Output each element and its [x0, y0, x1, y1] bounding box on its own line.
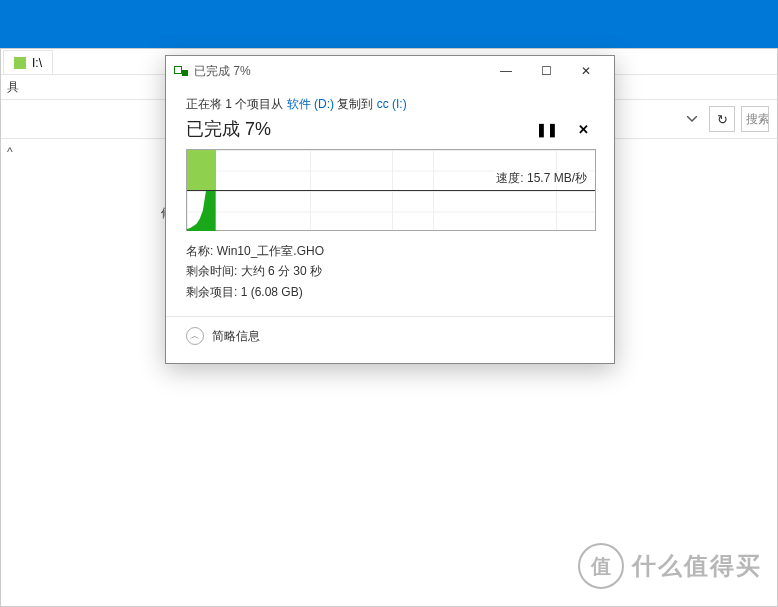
- chart-progress-band: [187, 150, 216, 190]
- copy-dest-link[interactable]: cc (I:): [377, 97, 407, 111]
- watermark-text: 什么值得买: [632, 550, 762, 582]
- watermark: 值 什么值得买: [578, 541, 762, 591]
- address-dropdown-button[interactable]: [681, 108, 703, 130]
- pause-button[interactable]: ❚❚: [536, 118, 558, 140]
- chart-midline: [187, 190, 595, 191]
- drive-icon: [14, 57, 26, 69]
- chart-speed-label: 速度: 15.7 MB/秒: [494, 170, 589, 187]
- cancel-button[interactable]: ✕: [572, 118, 594, 140]
- maximize-button[interactable]: ☐: [526, 56, 566, 86]
- close-icon: ✕: [581, 64, 591, 78]
- copy-source-link[interactable]: 软件 (D:): [287, 97, 334, 111]
- dialog-body: 正在将 1 个项目从 软件 (D:) 复制到 cc (I:) 已完成 7% ❚❚…: [166, 86, 614, 363]
- chart-throughput-area: [187, 190, 216, 230]
- detail-time: 剩余时间: 大约 6 分 30 秒: [186, 261, 594, 281]
- refresh-icon: ↻: [717, 112, 728, 127]
- dialog-titlebar[interactable]: 已完成 7% — ☐ ✕: [166, 56, 614, 86]
- copy-progress-dialog: 已完成 7% — ☐ ✕ 正在将 1 个项目从 软件 (D:) 复制到 cc (…: [165, 55, 615, 364]
- minimize-icon: —: [500, 64, 512, 78]
- detail-items: 剩余项目: 1 (6.08 GB): [186, 282, 594, 302]
- copy-mid: 复制到: [334, 97, 377, 111]
- chevron-up-icon: ︿: [186, 327, 204, 345]
- copy-description: 正在将 1 个项目从 软件 (D:) 复制到 cc (I:): [186, 96, 594, 113]
- fewer-details-toggle[interactable]: ︿ 简略信息: [186, 317, 594, 349]
- explorer-tab-label: I:\: [32, 56, 42, 70]
- refresh-button[interactable]: ↻: [709, 106, 735, 132]
- watermark-badge: 值: [578, 543, 624, 589]
- pause-icon: ❚❚: [536, 122, 558, 137]
- detail-lines: 名称: Win10_工作室.GHO 剩余时间: 大约 6 分 30 秒 剩余项目…: [186, 241, 594, 302]
- detail-name: 名称: Win10_工作室.GHO: [186, 241, 594, 261]
- menubar-item[interactable]: 具: [7, 79, 19, 96]
- copy-prefix: 正在将 1 个项目从: [186, 97, 287, 111]
- explorer-tab[interactable]: I:\: [3, 50, 53, 74]
- fewer-details-label: 简略信息: [212, 328, 260, 345]
- search-placeholder: 搜索: [746, 111, 769, 128]
- dialog-title: 已完成 7%: [194, 63, 251, 80]
- copy-dialog-icon: [174, 66, 188, 76]
- cancel-icon: ✕: [578, 122, 589, 137]
- chevron-down-icon: [687, 116, 697, 122]
- search-input[interactable]: 搜索: [741, 106, 769, 132]
- maximize-icon: ☐: [541, 64, 552, 78]
- explorer-up-caret[interactable]: ^: [7, 145, 13, 159]
- throughput-chart: 速度: 15.7 MB/秒: [186, 149, 596, 231]
- progress-status: 已完成 7%: [186, 117, 522, 141]
- desktop-background: [0, 0, 778, 48]
- close-button[interactable]: ✕: [566, 56, 606, 86]
- minimize-button[interactable]: —: [486, 56, 526, 86]
